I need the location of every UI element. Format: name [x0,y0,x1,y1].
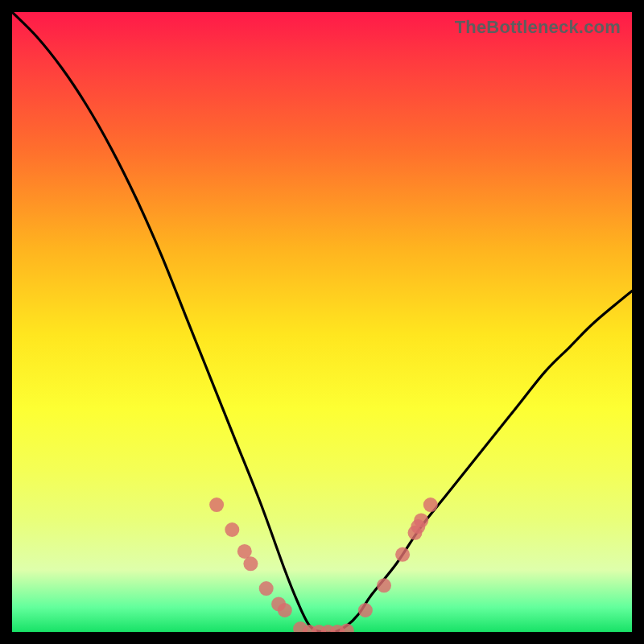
data-marker [358,603,373,617]
data-marker [225,522,239,537]
data-marker [423,497,438,512]
plot-area: TheBottleneck.com [12,12,632,632]
chart-frame: TheBottleneck.com [0,0,644,644]
data-marker [377,578,391,592]
data-marker [414,513,428,527]
data-marker [237,544,252,559]
marker-group [209,497,438,632]
data-marker [395,547,410,562]
bottleneck-curve [12,12,632,632]
data-marker [209,497,224,512]
data-marker [259,581,274,596]
data-marker [278,603,292,617]
data-marker [340,624,354,633]
data-marker [243,556,258,571]
curve-line [12,12,632,632]
